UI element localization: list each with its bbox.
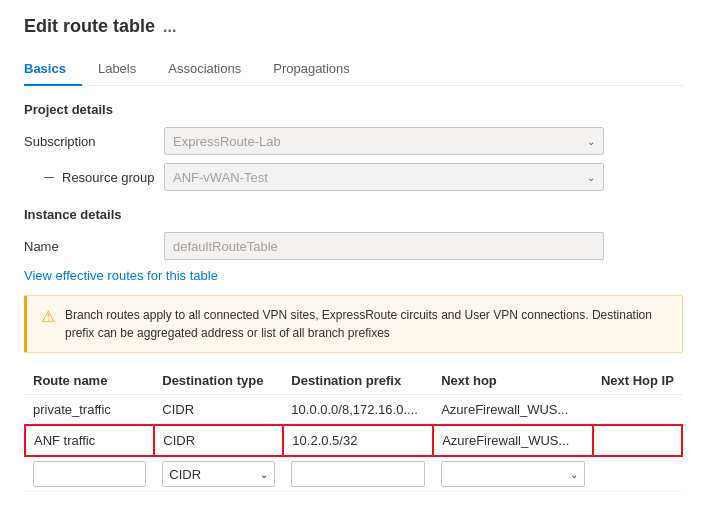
resource-group-label: Resource group (24, 170, 164, 185)
tab-bar: Basics Labels Associations Propagations (24, 53, 683, 86)
new-dest-prefix-cell[interactable] (283, 456, 433, 492)
table-header-row: Route name Destination type Destination … (25, 367, 682, 395)
next-hop-ip-cell (593, 425, 682, 456)
name-field: defaultRouteTable (164, 232, 604, 260)
col-destination-prefix: Destination prefix (283, 367, 433, 395)
new-dest-type-value: CIDR (169, 467, 201, 482)
new-dest-type-cell[interactable]: CIDR ⌄ (154, 456, 283, 492)
alert-text: Branch routes apply to all connected VPN… (65, 306, 668, 342)
warning-icon: ⚠ (41, 307, 55, 326)
next-hop-cell: AzureFirewall_WUS... (433, 395, 593, 426)
next-hop-ip-cell (593, 395, 682, 426)
view-effective-routes-link[interactable]: View effective routes for this table (24, 268, 218, 283)
tab-labels[interactable]: Labels (82, 53, 152, 86)
name-value: defaultRouteTable (173, 239, 278, 254)
edit-route-table-page: Edit route table ... Basics Labels Assoc… (0, 0, 707, 508)
subscription-value: ExpressRoute-Lab (173, 134, 281, 149)
resource-group-value: ANF-vWAN-Test (173, 170, 268, 185)
new-route-name-cell[interactable] (25, 456, 154, 492)
dest-prefix-cell[interactable]: 10.0.0.0/8,172.16.0.... (283, 395, 433, 426)
page-header: Edit route table ... (24, 16, 683, 37)
chevron-down-icon: ⌄ (260, 469, 268, 480)
instance-details-section: Instance details Name defaultRouteTable (24, 207, 683, 260)
new-dest-prefix-input[interactable] (291, 461, 425, 487)
subscription-row: Subscription ExpressRoute-Lab ⌄ (24, 127, 683, 155)
new-next-hop-ip-cell (593, 456, 682, 492)
name-label: Name (24, 239, 164, 254)
chevron-down-icon: ⌄ (570, 469, 578, 480)
alert-box: ⚠ Branch routes apply to all connected V… (24, 295, 683, 353)
name-row: Name defaultRouteTable (24, 232, 683, 260)
col-next-hop: Next hop (433, 367, 593, 395)
project-details-section: Project details Subscription ExpressRout… (24, 102, 683, 191)
col-next-hop-ip: Next Hop IP (593, 367, 682, 395)
dest-type-cell: CIDR (154, 395, 283, 426)
new-next-hop-select[interactable]: ⌄ (441, 461, 585, 487)
tab-basics[interactable]: Basics (24, 53, 82, 86)
page-title: Edit route table (24, 16, 155, 37)
route-name-cell: private_traffic (25, 395, 154, 426)
dest-prefix-cell[interactable]: 10.2.0.5/32 (283, 425, 433, 456)
project-details-title: Project details (24, 102, 683, 117)
instance-details-title: Instance details (24, 207, 683, 222)
ellipsis-menu[interactable]: ... (163, 18, 176, 36)
chevron-down-icon: ⌄ (587, 136, 595, 147)
chevron-down-icon: ⌄ (587, 172, 595, 183)
tab-propagations[interactable]: Propagations (257, 53, 366, 86)
new-next-hop-cell[interactable]: ⌄ (433, 456, 593, 492)
routes-table: Route name Destination type Destination … (24, 367, 683, 492)
subscription-select[interactable]: ExpressRoute-Lab ⌄ (164, 127, 604, 155)
subscription-label: Subscription (24, 134, 164, 149)
route-name-cell: ANF traffic (25, 425, 154, 456)
col-route-name: Route name (25, 367, 154, 395)
resource-group-select[interactable]: ANF-vWAN-Test ⌄ (164, 163, 604, 191)
table-row[interactable]: private_traffic CIDR 10.0.0.0/8,172.16.0… (25, 395, 682, 426)
next-hop-cell: AzureFirewall_WUS... (433, 425, 593, 456)
new-route-name-input[interactable] (33, 461, 146, 487)
dest-type-cell: CIDR (154, 425, 283, 456)
new-dest-type-select[interactable]: CIDR ⌄ (162, 461, 275, 487)
resource-group-row: Resource group ANF-vWAN-Test ⌄ (24, 163, 683, 191)
tab-associations[interactable]: Associations (152, 53, 257, 86)
table-row[interactable]: ANF traffic CIDR 10.2.0.5/32 AzureFirewa… (25, 425, 682, 456)
new-route-row: CIDR ⌄ ⌄ (25, 456, 682, 492)
col-destination-type: Destination type (154, 367, 283, 395)
